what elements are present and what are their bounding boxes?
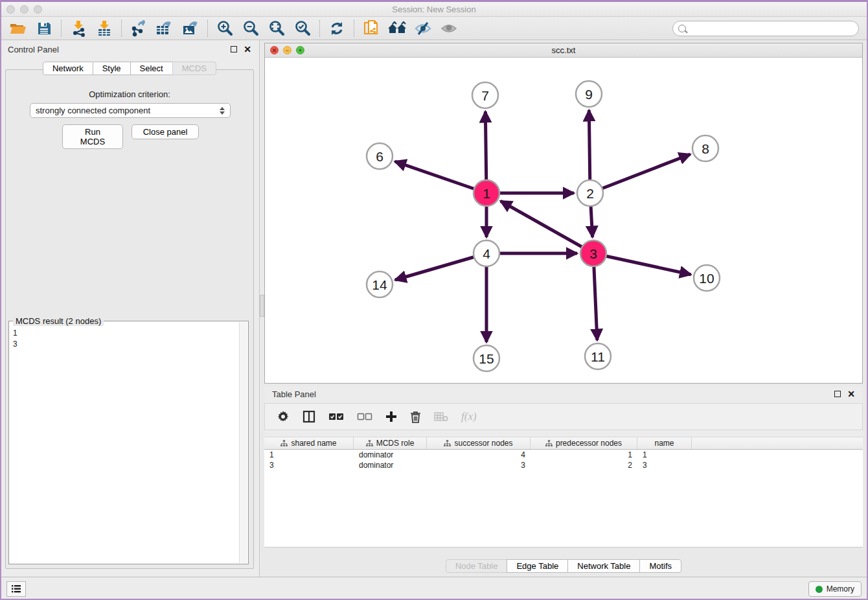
memory-button[interactable]: Memory <box>808 581 862 597</box>
network-window-title: scc.txt <box>552 45 576 55</box>
zoom-in-icon[interactable] <box>212 19 238 38</box>
home-icon[interactable] <box>384 19 410 38</box>
import-table-icon[interactable] <box>91 19 117 38</box>
edge-1-6[interactable] <box>395 161 486 193</box>
toolbar-separator <box>207 20 208 37</box>
table-cell[interactable]: 1 <box>264 450 354 459</box>
table-float-panel-icon[interactable] <box>834 391 841 397</box>
zoom-out-icon[interactable] <box>238 19 264 38</box>
select-all-columns-icon[interactable] <box>328 412 344 421</box>
tab-select[interactable]: Select <box>130 62 173 75</box>
column-header-name[interactable]: name <box>637 437 692 449</box>
table-cell[interactable]: 3 <box>264 461 354 470</box>
table-tabs: Node TableEdge TableNetwork TableMotifs <box>264 559 863 573</box>
split-columns-icon[interactable] <box>303 410 315 423</box>
network-minimize-button[interactable]: − <box>283 46 291 54</box>
close-panel-icon[interactable]: ✕ <box>244 44 251 54</box>
column-header-shared-name[interactable]: shared name <box>264 437 354 449</box>
column-header-label: predecessor nodes <box>556 439 622 448</box>
tab-mcds[interactable]: MCDS <box>172 62 216 75</box>
network-window: ✕ − + scc.txt 7968124314101511 <box>264 43 863 384</box>
network-close-button[interactable]: ✕ <box>270 46 279 54</box>
delete-table-icon <box>434 411 448 422</box>
optimization-label: Optimization criterion: <box>6 89 253 99</box>
graph-node-label: 10 <box>699 271 714 286</box>
app-window-controls[interactable] <box>6 5 42 14</box>
table-row[interactable]: 1dominator411 <box>264 450 863 460</box>
column-type-icon <box>444 440 451 447</box>
zoom-selected-icon[interactable] <box>290 19 315 38</box>
table-footer: Node TableEdge TableNetwork TableMotifs <box>264 547 863 577</box>
export-image-icon[interactable] <box>177 19 203 38</box>
table-cell[interactable]: 2 <box>531 461 637 470</box>
status-bar: Memory <box>0 577 868 600</box>
memory-status-icon <box>816 586 823 593</box>
table-cell[interactable]: 4 <box>427 450 531 459</box>
edge-3-1[interactable] <box>501 201 593 253</box>
column-type-icon <box>280 440 288 447</box>
graph-node-label: 3 <box>589 246 597 261</box>
table-cell[interactable]: 3 <box>637 461 692 470</box>
close-panel-button[interactable]: Close panel <box>131 124 199 139</box>
run-mcds-button[interactable]: Run MCDS <box>62 124 123 149</box>
app-minimize-button[interactable] <box>20 5 29 14</box>
graph-node-label: 7 <box>481 88 489 103</box>
table-cell[interactable]: 1 <box>531 450 637 459</box>
column-header-successor-nodes[interactable]: successor nodes <box>427 437 531 449</box>
split-divider-handle[interactable] <box>260 295 264 317</box>
column-header-predecessor-nodes[interactable]: predecessor nodes <box>531 437 637 449</box>
column-type-icon <box>366 440 373 447</box>
tab-motifs[interactable]: Motifs <box>639 559 681 573</box>
control-panel-tabs: NetworkStyleSelectMCDS <box>0 62 259 75</box>
optimization-dropdown[interactable]: strongly connected component <box>30 103 231 118</box>
network-canvas[interactable]: 7968124314101511 <box>265 58 862 383</box>
table-cell[interactable]: 1 <box>637 450 692 459</box>
app-zoom-button[interactable] <box>34 5 42 14</box>
refresh-icon[interactable] <box>324 19 350 38</box>
search-box[interactable] <box>672 21 859 36</box>
table-cell[interactable]: 3 <box>427 461 531 470</box>
zoom-fit-icon[interactable] <box>264 19 290 38</box>
delete-row-trash-icon[interactable] <box>410 411 421 423</box>
tab-network-table[interactable]: Network Table <box>567 559 640 573</box>
graph-node-label: 4 <box>483 246 490 261</box>
edge-3-10[interactable] <box>593 253 691 275</box>
column-type-icon <box>545 440 553 447</box>
task-history-button[interactable] <box>6 581 26 597</box>
table-close-panel-icon[interactable]: ✕ <box>847 389 855 399</box>
network-window-titlebar[interactable]: ✕ − + scc.txt <box>265 43 862 58</box>
open-session-icon[interactable] <box>5 19 31 38</box>
export-network-icon[interactable] <box>126 19 152 38</box>
column-header-mcds-role[interactable]: MCDS role <box>354 437 427 449</box>
import-network-icon[interactable] <box>65 19 91 38</box>
search-input[interactable] <box>689 24 853 33</box>
table-cell[interactable]: dominator <box>354 461 427 470</box>
column-header-label: MCDS role <box>376 439 415 448</box>
edge-4-14[interactable] <box>395 253 486 280</box>
export-table-icon[interactable] <box>152 19 177 38</box>
unselect-all-columns-icon[interactable] <box>357 412 372 421</box>
toolbar-separator <box>319 20 320 37</box>
graph-node-label: 14 <box>372 277 387 292</box>
gear-icon[interactable] <box>277 410 290 423</box>
table-row[interactable]: 3dominator323 <box>264 460 863 470</box>
tab-network[interactable]: Network <box>43 62 93 75</box>
result-scrollbar[interactable] <box>239 322 247 563</box>
tab-edge-table[interactable]: Edge Table <box>507 559 568 573</box>
mcds-result-legend: MCDS result (2 nodes) <box>13 316 104 326</box>
table-cell[interactable]: dominator <box>354 450 427 459</box>
float-panel-icon[interactable] <box>231 46 237 52</box>
tab-style[interactable]: Style <box>93 62 131 75</box>
main-toolbar <box>0 17 868 40</box>
app-close-button[interactable] <box>6 5 15 14</box>
hide-panel-eye-icon[interactable] <box>410 19 436 38</box>
graph-node-label: 9 <box>585 87 593 102</box>
save-session-icon[interactable] <box>31 19 57 38</box>
network-zoom-button[interactable]: + <box>296 46 304 54</box>
show-panel-eye-icon[interactable] <box>436 19 462 38</box>
add-row-icon[interactable] <box>385 411 397 422</box>
tab-node-table[interactable]: Node Table <box>446 559 508 573</box>
clone-network-icon[interactable] <box>358 19 384 38</box>
edge-2-8[interactable] <box>590 154 691 193</box>
control-panel: Control Panel ✕ NetworkStyleSelectMCDS O… <box>0 40 260 577</box>
